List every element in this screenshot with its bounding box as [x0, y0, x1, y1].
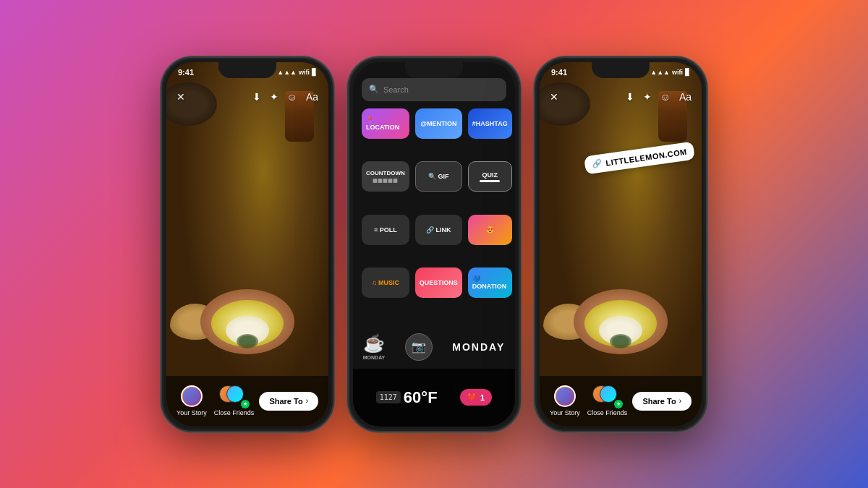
- time-right: 9:41: [551, 68, 567, 77]
- story-options-left: Your Story ★ Close Friends: [176, 385, 254, 416]
- camera-icon: 📷: [412, 340, 426, 354]
- move-icon-right[interactable]: ✦: [643, 91, 652, 103]
- time-left: 9:41: [178, 68, 194, 77]
- bottom-bar-right: Your Story ★ Close Friends: [540, 376, 702, 427]
- notch-middle: [405, 62, 463, 78]
- bottom-sticker-row: ☕ MONDAY 📷 MONDAY: [353, 325, 515, 369]
- share-button-text-left: Share To: [269, 397, 302, 406]
- signal-icon: ▲▲▲: [277, 69, 297, 76]
- food-bowl-inner: [211, 300, 284, 347]
- sticker-countdown[interactable]: COUNTDOWN▦▦▦▦▦: [362, 161, 409, 192]
- sticker-mention[interactable]: @MENTION: [415, 108, 462, 139]
- food-white-center-right: [599, 316, 642, 345]
- status-icons-right: ▲▲▲ wifi ▊: [650, 69, 690, 76]
- heart-icon: ❤️: [467, 393, 477, 402]
- food-herbs-right: [610, 334, 631, 348]
- top-toolbar-right: ✕ ⬇ ✦ ☺ Aa: [540, 82, 702, 111]
- battery-icon: ▊: [312, 69, 317, 76]
- your-story-option-left[interactable]: Your Story: [176, 385, 207, 416]
- phone-middle-inner: 🔍 Search 📍 LOCATION @MENTION #HASHTAG CO…: [353, 62, 515, 427]
- text-icon-left[interactable]: Aa: [306, 91, 318, 103]
- monday-text-sticker[interactable]: MONDAY: [452, 341, 505, 353]
- sticker-location[interactable]: 📍 LOCATION: [362, 108, 409, 139]
- your-story-label-right: Your Story: [550, 409, 580, 416]
- wifi-icon: wifi: [299, 69, 310, 76]
- close-friends-avatar-wrapper-right: ★: [592, 385, 621, 407]
- food-white-center: [226, 316, 269, 345]
- notch-right: [592, 62, 650, 78]
- battery-icon-right: ▊: [685, 69, 690, 76]
- sticker-emoji-slider[interactable]: 😍: [468, 215, 512, 245]
- share-button-arrow-right: ›: [679, 397, 681, 405]
- link-icon-right: 🔗: [592, 158, 603, 169]
- close-friends-label-left: Close Friends: [214, 409, 255, 416]
- your-story-option-right[interactable]: Your Story: [550, 385, 580, 416]
- avatar-2-left: [226, 385, 244, 403]
- star-badge-left: ★: [241, 400, 250, 408]
- close-friends-option-left[interactable]: ★ Close Friends: [214, 385, 255, 416]
- food-bowl: [200, 289, 294, 354]
- bottom-widgets-middle: 1127 60°F ❤️ 1: [353, 369, 515, 427]
- sticker-gif[interactable]: 🔍 GIF: [415, 161, 462, 192]
- sticker-poll[interactable]: ≡ POLL: [362, 215, 409, 245]
- sticker-link[interactable]: 🔗 LINK: [415, 215, 462, 245]
- avatar-2-right: [600, 385, 617, 403]
- food-background-right: [540, 62, 702, 427]
- phone-left: 9:41 ▲▲▲ wifi ▊ ✕ ⬇ ✦ ☺ Aa: [161, 56, 334, 432]
- camera-sticker[interactable]: 📷: [405, 333, 433, 361]
- temp-value: 60°F: [404, 388, 438, 407]
- wifi-icon-right: wifi: [672, 69, 683, 76]
- sticker-donation[interactable]: 💙 DONATION: [468, 267, 512, 298]
- close-friends-option-right[interactable]: ★ Close Friends: [587, 385, 628, 416]
- story-options-right: Your Story ★ Close Friends: [550, 385, 627, 416]
- phone-right: 🔗 LITTLELEMON.COM 9:41 ▲▲▲ wifi ▊ ✕ ⬇ ✦ …: [534, 56, 707, 432]
- food-bowl-right: [574, 289, 668, 354]
- temperature-widget[interactable]: 1127 60°F: [376, 388, 438, 407]
- your-story-label-left: Your Story: [176, 409, 207, 416]
- phone-right-inner: 🔗 LITTLELEMON.COM 9:41 ▲▲▲ wifi ▊ ✕ ⬇ ✦ …: [540, 62, 702, 427]
- temp-digits: 1127: [376, 391, 401, 403]
- signal-icon-right: ▲▲▲: [650, 69, 670, 76]
- share-button-arrow-left: ›: [306, 397, 308, 405]
- your-story-avatar-inner: [183, 388, 200, 405]
- sticker-quiz[interactable]: QUIZ: [468, 161, 512, 192]
- notch-left: [218, 62, 276, 78]
- star-badge-right: ★: [614, 400, 623, 408]
- bottom-bar-left: Your Story ★ Close Friends: [166, 376, 328, 427]
- toolbar-icons-right-right: ⬇ ✦ ☺ Aa: [626, 91, 692, 103]
- phones-container: 9:41 ▲▲▲ wifi ▊ ✕ ⬇ ✦ ☺ Aa: [0, 0, 868, 488]
- sticker-icon-left[interactable]: ☺: [287, 91, 297, 103]
- text-icon-right[interactable]: Aa: [679, 91, 692, 103]
- like-badge[interactable]: ❤️ 1: [460, 389, 492, 406]
- food-herbs: [237, 334, 258, 348]
- food-background-left: [166, 62, 328, 427]
- sticker-music[interactable]: ♫ MUSIC: [362, 267, 409, 298]
- share-button-left[interactable]: Share To ›: [259, 392, 318, 411]
- sticker-hashtag[interactable]: #HASHTAG: [468, 108, 512, 139]
- close-friends-label-right: Close Friends: [587, 409, 628, 416]
- your-story-avatar-left: [181, 385, 203, 407]
- phone-left-inner: 9:41 ▲▲▲ wifi ▊ ✕ ⬇ ✦ ☺ Aa: [166, 62, 328, 427]
- close-button-right[interactable]: ✕: [550, 91, 558, 103]
- move-icon-left[interactable]: ✦: [270, 91, 278, 103]
- monday-emoji-sticker[interactable]: ☕ MONDAY: [363, 333, 385, 360]
- phone-middle: 🔍 Search 📍 LOCATION @MENTION #HASHTAG CO…: [347, 56, 521, 432]
- sticker-search-bar[interactable]: 🔍 Search: [362, 78, 506, 101]
- download-icon-right[interactable]: ⬇: [626, 91, 634, 103]
- food-bowl-inner-right: [584, 300, 657, 347]
- sticker-icon-right[interactable]: ☺: [660, 91, 671, 103]
- close-button-left[interactable]: ✕: [176, 91, 185, 103]
- like-count: 1: [480, 393, 485, 402]
- search-icon-middle: 🔍: [369, 85, 379, 94]
- download-icon-left[interactable]: ⬇: [252, 91, 261, 103]
- status-icons-left: ▲▲▲ wifi ▊: [277, 69, 317, 76]
- close-friends-avatar-wrapper-left: ★: [219, 385, 248, 407]
- top-toolbar-left: ✕ ⬇ ✦ ☺ Aa: [166, 82, 328, 111]
- sticker-questions[interactable]: QUESTIONS: [415, 267, 462, 298]
- share-button-right[interactable]: Share To ›: [632, 392, 692, 411]
- your-story-avatar-inner-right: [556, 388, 574, 405]
- share-button-text-right: Share To: [642, 397, 676, 406]
- search-placeholder-middle: Search: [383, 85, 409, 94]
- toolbar-icons-right-left: ⬇ ✦ ☺ Aa: [252, 91, 318, 103]
- your-story-avatar-right: [554, 385, 576, 407]
